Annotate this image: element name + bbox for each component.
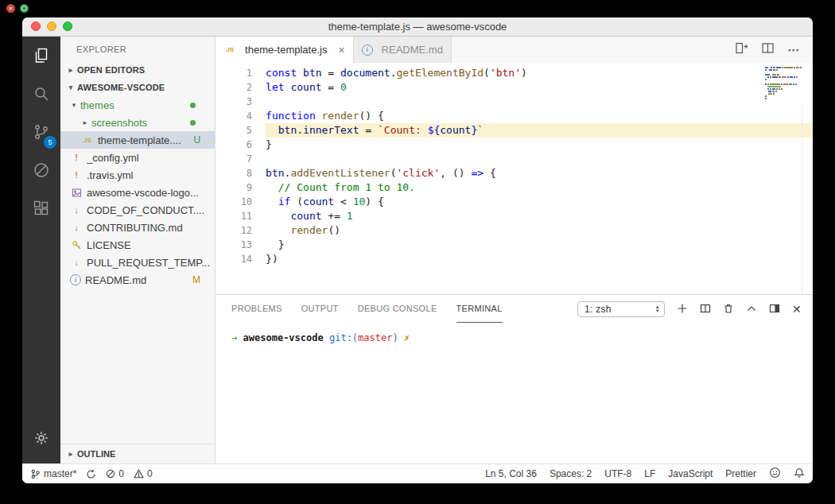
kill-terminal-trash-icon[interactable]	[723, 303, 734, 316]
editor-actions: ⋯	[735, 37, 813, 63]
code-text[interactable]: })	[266, 252, 813, 266]
info-file-icon: i	[70, 274, 81, 285]
tree-item-travis-yml[interactable]: !.travis.yml	[60, 166, 215, 184]
tree-item-label: README.md	[85, 274, 146, 286]
open-editors-label: OPEN EDITORS	[77, 65, 145, 75]
scrollbar-track[interactable]	[802, 104, 802, 294]
tab-label: theme-template.js	[245, 44, 327, 56]
close-tab-icon[interactable]: ×	[338, 44, 344, 56]
zoom-window-button[interactable]	[63, 21, 72, 31]
tree-item-license[interactable]: LICENSE	[60, 236, 215, 254]
code-editor[interactable]: 1const btn = document.getElementById('bt…	[216, 63, 813, 294]
more-actions-icon[interactable]: ⋯	[787, 43, 800, 57]
chevron-right-icon: ▸	[67, 66, 75, 74]
tree-item-pull-request-temp[interactable]: ↓PULL_REQUEST_TEMP...	[60, 254, 215, 271]
debug-disabled-icon[interactable]	[22, 151, 60, 189]
vscode-window: theme-template.js — awesome-vscode 5	[22, 17, 813, 483]
status-item-prettier[interactable]: Prettier	[725, 468, 756, 479]
branch-icon	[30, 469, 41, 479]
minimize-window-button[interactable]	[47, 21, 56, 31]
shell-selector[interactable]: 1: zsh ▲▼	[577, 301, 665, 317]
feedback-smiley-icon[interactable]	[769, 467, 781, 481]
editor-tab-bar: JStheme-template.js×iREADME.md ⋯	[216, 37, 813, 63]
editor-tab-theme-template-js[interactable]: JStheme-template.js×	[216, 37, 354, 63]
outline-header[interactable]: ▸ OUTLINE	[60, 444, 215, 463]
close-window-button[interactable]	[31, 21, 41, 31]
tree-item-readme-md[interactable]: iREADME.mdM	[60, 271, 215, 289]
outline-label: OUTLINE	[77, 449, 115, 459]
code-token: })	[266, 253, 278, 265]
code-text[interactable]: count += 1	[266, 209, 813, 223]
warnings-status-item[interactable]: 0	[134, 468, 153, 479]
workspace-root-header[interactable]: ▾ AWESOME-VSCODE	[60, 79, 215, 96]
code-token: count	[290, 81, 321, 93]
toggle-panel-layout-icon[interactable]	[769, 303, 780, 316]
code-text[interactable]: if (count < 10) {	[266, 195, 813, 209]
code-token	[266, 181, 278, 193]
status-item-ln-5-col-36[interactable]: Ln 5, Col 36	[485, 468, 537, 479]
explorer-icon[interactable]	[22, 37, 60, 75]
panel-tab-output[interactable]: OUTPUT	[301, 295, 339, 323]
chevron-down-icon: ▾	[70, 101, 78, 109]
code-token: count	[303, 196, 334, 207]
status-item-javascript[interactable]: JavaScript	[668, 468, 713, 479]
code-token: addEventListener	[290, 167, 390, 179]
code-text[interactable]: // Count from 1 to 10.	[266, 180, 813, 195]
tree-item-screenshots[interactable]: ▸screenshots	[60, 114, 215, 131]
tree-item-themes[interactable]: ▾themes	[60, 96, 215, 114]
extensions-icon[interactable]	[22, 189, 60, 227]
branch-status-item[interactable]: master*	[30, 468, 76, 479]
code-text[interactable]: btn.innerText = `Count: ${count}`	[266, 123, 813, 138]
tree-item-contributing-md[interactable]: ↓CONTRIBUTING.md	[60, 219, 215, 236]
code-text[interactable]: const btn = document.getElementById('btn…	[266, 66, 813, 80]
tree-item-code-of-conduct[interactable]: ↓CODE_OF_CONDUCT....	[60, 201, 215, 219]
code-token: btn	[266, 167, 284, 179]
terminal[interactable]: → awesome-vscode git:(master) ✗	[216, 323, 813, 463]
minimap-line	[765, 76, 803, 78]
code-token: 1	[347, 210, 353, 222]
terminal-token: ✗	[404, 332, 410, 343]
notifications-bell-icon[interactable]	[794, 467, 805, 481]
split-editor-icon[interactable]	[761, 41, 775, 58]
tree-item-awesome-vscode-logo[interactable]: awesome-vscode-logo...	[60, 184, 215, 201]
status-item-spaces-2[interactable]: Spaces: 2	[550, 468, 592, 479]
split-terminal-icon[interactable]	[700, 303, 711, 316]
panel-tab-terminal[interactable]: TERMINAL	[456, 295, 503, 323]
code-text[interactable]	[266, 152, 813, 166]
code-text[interactable]: function render() {	[266, 109, 813, 123]
source-control-icon[interactable]: 5	[22, 113, 60, 151]
code-text[interactable]	[266, 95, 813, 109]
sync-status-item[interactable]	[86, 469, 96, 479]
code-text[interactable]: }	[266, 138, 813, 152]
minimap[interactable]	[765, 67, 803, 99]
status-item-lf[interactable]: LF	[644, 468, 655, 479]
new-terminal-icon[interactable]	[677, 303, 688, 316]
panel-tab-debug-console[interactable]: DEBUG CONSOLE	[358, 295, 437, 323]
code-text[interactable]: }	[266, 238, 813, 252]
code-text[interactable]: btn.addEventListener('click', () => {	[266, 166, 813, 180]
status-item-utf-8[interactable]: UTF-8	[604, 468, 631, 479]
line-number: 14	[216, 252, 266, 266]
yaml-file-icon: !	[70, 170, 83, 180]
tree-item-label: _config.yml	[87, 152, 139, 164]
code-token: , ()	[440, 167, 471, 179]
titlebar: theme-template.js — awesome-vscode	[22, 17, 813, 37]
panel-tab-problems[interactable]: PROBLEMS	[231, 295, 282, 323]
terminal-token: )	[392, 332, 398, 343]
warning-icon	[134, 469, 144, 479]
tree-item-label: themes	[80, 99, 115, 111]
open-editors-header[interactable]: ▸ OPEN EDITORS	[60, 61, 215, 79]
code-text[interactable]: let count = 0	[266, 80, 813, 95]
line-number: 12	[216, 223, 266, 238]
tree-item-theme-template[interactable]: JStheme-template....U	[60, 131, 215, 149]
errors-status-item[interactable]: 0	[106, 468, 124, 479]
settings-gear-icon[interactable]	[22, 419, 60, 457]
open-changes-icon[interactable]	[735, 41, 748, 58]
search-icon[interactable]	[22, 75, 60, 113]
close-panel-icon[interactable]: ✕	[792, 304, 802, 315]
maximize-panel-chevron-icon[interactable]	[746, 303, 757, 316]
code-text[interactable]: render()	[266, 223, 813, 238]
tree-item-config-yml[interactable]: !_config.yml	[60, 149, 215, 166]
editor-tab-readme-md[interactable]: iREADME.md	[354, 37, 452, 63]
code-line: 9 // Count from 1 to 10.	[216, 180, 813, 195]
